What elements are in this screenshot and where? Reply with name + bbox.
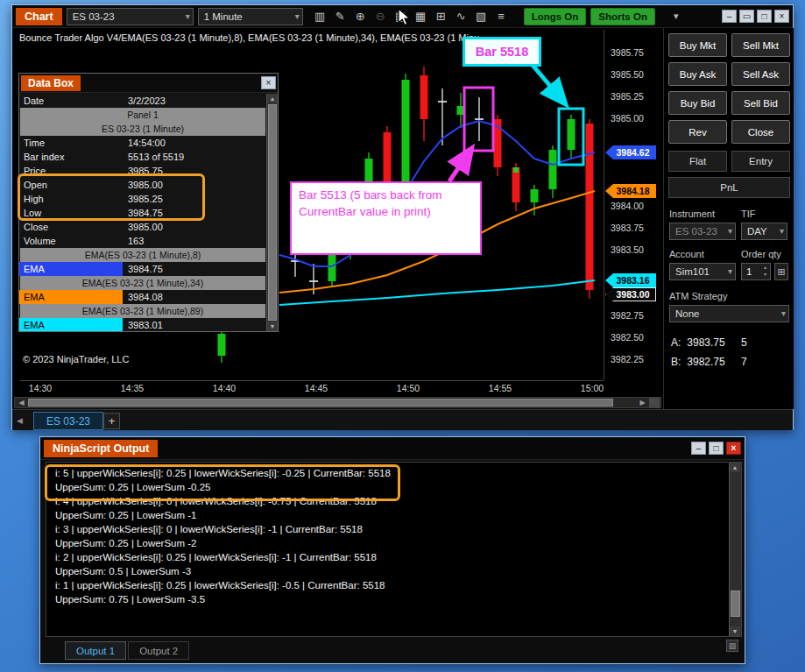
scrollbar-grip[interactable] [649,398,660,407]
data-box-scrollbar[interactable]: ▲ ▼ [266,94,278,331]
output-line: i: 4 | upperWickSeries[i]: 0 | lowerWick… [55,496,722,510]
properties-icon[interactable]: ≡ [492,8,511,25]
bar-5513-arrow [449,149,471,181]
data-box-panel[interactable]: Data Box × Date3/2/2023Panel 1ES 03-23 (… [18,73,279,332]
scroll-down-arrow[interactable]: ▼ [267,322,278,331]
maximize-button[interactable]: □ [709,442,724,455]
qty-grid-icon[interactable]: ⊞ [774,263,788,280]
tab-es-03-23[interactable]: ES 03-23 [33,412,103,430]
resize-grip-icon[interactable]: ▨ [726,640,738,652]
spinner-arrows-icon[interactable]: ▴▾ [761,264,769,279]
new-window-icon[interactable]: ▦ [412,8,430,25]
rev-button[interactable]: Rev [668,120,727,144]
interval-selector[interactable]: 1 Minute ▾ [198,8,303,25]
chart-menu-tab[interactable]: Chart [16,8,62,25]
draw-tool-icon[interactable]: ✎ [331,8,350,25]
signal-marker [513,167,519,173]
shorts-on-button[interactable]: Shorts On [590,8,655,25]
data-box-section-header: EMA(ES 03-23 (1 Minute),34) [20,276,265,290]
scrollbar-thumb[interactable] [268,104,277,321]
scrollbar-thumb[interactable] [731,591,740,617]
ask-size: 5 [741,336,747,349]
data-box-row-value: 3983.01 [123,318,163,331]
zoom-out-icon[interactable]: ⊖ [371,8,390,25]
output-title: NinjaScript Output [44,440,158,457]
sell-ask-button[interactable]: Sell Ask [731,62,790,86]
candlestick [586,119,594,299]
output-line: UpperSum: 0.25 | LowerSum -1 [55,510,722,524]
titlebar-chevron-down-icon[interactable]: ▾ [674,11,679,22]
price-marker: 3983.16 [605,273,656,287]
account-selector[interactable]: Sim101 ▾ [669,263,736,280]
close-button[interactable]: × [774,10,789,23]
data-box-row: EMA3983.01 [19,318,266,331]
ema-89-line [279,280,595,305]
output-line: UpperSum: 0.75 | LowerSum -3.5 [55,594,722,608]
price-axis[interactable]: 3985.753985.503985.253985.003984.003983.… [604,30,661,380]
chart-style-icon[interactable]: ▥ [311,8,329,25]
price-axis-label: 3982.75 [611,310,644,321]
restore-button[interactable]: ▭ [739,10,754,23]
output-console[interactable]: i: 5 | upperWickSeries[i]: 0.25 | lowerW… [46,462,742,637]
flat-button[interactable]: Flat [668,151,727,172]
data-box-row-label: Volume [19,234,123,248]
pnl-button[interactable]: PnL [668,177,790,198]
data-box-row-value: 3984.08 [123,290,163,304]
time-axis-label: 14:35 [117,383,148,393]
data-box-row: EMA3984.08 [19,290,266,304]
chart-tab-bar: ◀ ES 03-23 + [12,409,793,430]
copyright-notice: © 2023 NinjaTrader, LLC [23,354,129,364]
scrollbar-thumb[interactable] [28,399,613,407]
add-tab-button[interactable]: + [103,413,120,429]
instrument-selector-value: ES 03-23 [73,11,115,22]
data-box-row-label: Date [19,94,123,108]
buy-mkt-button[interactable]: Buy Mkt [668,33,727,57]
output-line: UpperSum: 0.5 | LowerSum -3 [55,566,722,580]
data-box-row-label: Open [19,178,123,192]
minimize-button[interactable]: – [691,442,706,455]
scroll-up-arrow[interactable]: ▲ [267,94,278,103]
scroll-right-arrow[interactable]: ▶ [637,398,648,407]
buy-bid-button[interactable]: Buy Bid [668,91,727,115]
minimize-button[interactable]: – [722,10,737,23]
indicators-icon[interactable]: ∿ [452,8,470,25]
close-icon[interactable]: × [261,76,276,89]
data-box-row-label: Time [19,136,123,150]
data-box-row: Low3984.75 [19,206,266,220]
close-button[interactable]: × [726,442,741,455]
data-grid-icon[interactable]: ⊞ [432,8,450,25]
quantity-stepper[interactable]: 1 ▴▾ [741,263,771,280]
panel-instrument-selector[interactable]: ES 03-23 ▾ [669,223,736,240]
data-box-row-label: EMA [19,318,123,331]
entry-button[interactable]: Entry [731,151,790,172]
data-box-row: Time14:54:00 [19,136,266,150]
time-axis[interactable]: 14:3014:3514:4014:4514:5014:5515:00 [20,380,604,395]
buy-ask-button[interactable]: Buy Ask [668,62,727,86]
output-lines: i: 5 | upperWickSeries[i]: 0.25 | lowerW… [55,468,722,608]
price-axis-label: 3985.50 [611,69,644,80]
scroll-down-arrow[interactable]: ▼ [730,626,740,636]
tab-scroll-left-arrow[interactable]: ◀ [17,416,23,425]
tif-selector[interactable]: DAY ▾ [741,223,787,240]
data-box-row-value: 14:54:00 [123,136,166,150]
tab-output-1[interactable]: Output 1 [65,641,126,660]
tab-output-2[interactable]: Output 2 [128,641,189,660]
sell-mkt-button[interactable]: Sell Mkt [731,33,790,57]
tif-label: TIF [741,209,756,219]
atm-strategy-selector[interactable]: None ▾ [669,305,789,322]
close-button[interactable]: Close [731,120,790,144]
maximize-button[interactable]: □ [757,10,772,23]
output-scrollbar[interactable]: ▲ ▼ [729,463,741,636]
scroll-up-arrow[interactable]: ▲ [730,463,740,472]
sell-bid-button[interactable]: Sell Bid [731,91,790,115]
zoom-in-icon[interactable]: ⊕ [351,8,370,25]
chart-horizontal-scrollbar[interactable]: ◀ ▶ [14,397,661,408]
instrument-selector[interactable]: ES 03-23 ▾ [67,8,194,25]
scroll-left-arrow[interactable]: ◀ [16,398,27,407]
time-axis-label: 14:50 [392,383,424,393]
data-box-row-value: 3/2/2023 [123,94,166,108]
time-axis-label: 14:45 [300,383,332,393]
bar-5518-callout: Bar 5518 [463,37,541,67]
longs-on-button[interactable]: Longs On [524,8,587,25]
script-editor-icon[interactable]: ▧ [472,8,491,25]
